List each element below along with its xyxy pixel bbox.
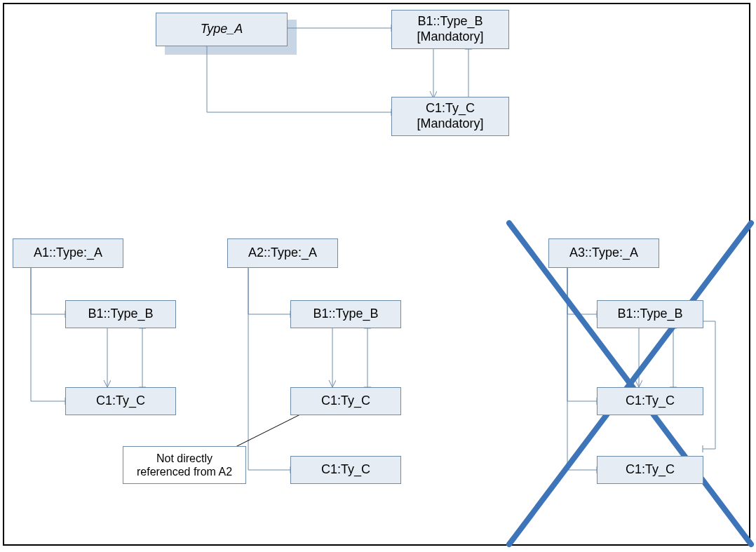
- diagram-canvas: Type_A B1::Type_B [Mandatory] C1:Ty_C [M…: [0, 0, 756, 552]
- node-a3-root-label: A3::Type:_A: [569, 245, 638, 261]
- node-type-a-label: Type_A: [201, 22, 243, 37]
- note-a2: Not directly referenced from A2: [123, 446, 246, 484]
- node-a3-root: A3::Type:_A: [548, 238, 659, 268]
- node-a3-b1: B1::Type_B: [597, 300, 703, 328]
- node-c1-top-label: C1:Ty_C [Mandatory]: [417, 101, 483, 131]
- node-a2-c1-lower: C1:Ty_C: [290, 456, 401, 484]
- node-a2-c1-upper: C1:Ty_C: [290, 387, 401, 415]
- note-a2-label: Not directly referenced from A2: [137, 452, 232, 478]
- node-a3-c1-lower: C1:Ty_C: [597, 456, 703, 484]
- node-a3-c1-lower-label: C1:Ty_C: [626, 462, 675, 478]
- node-a3-c1-upper: C1:Ty_C: [597, 387, 703, 415]
- node-a1-c1: C1:Ty_C: [65, 387, 176, 415]
- node-a2-b1-label: B1::Type_B: [313, 307, 378, 322]
- node-a1-b1-label: B1::Type_B: [88, 307, 153, 322]
- node-a3-c1-upper-label: C1:Ty_C: [626, 393, 675, 409]
- node-a2-root-label: A2::Type:_A: [248, 245, 317, 261]
- node-a1-root-label: A1::Type:_A: [34, 245, 102, 261]
- node-a2-c1-upper-label: C1:Ty_C: [321, 393, 370, 409]
- node-a2-c1-lower-label: C1:Ty_C: [321, 462, 370, 478]
- node-a1-c1-label: C1:Ty_C: [96, 393, 145, 409]
- node-a3-b1-label: B1::Type_B: [617, 307, 682, 322]
- node-b1-top: B1::Type_B [Mandatory]: [391, 10, 509, 49]
- node-a2-b1: B1::Type_B: [290, 300, 401, 328]
- node-a1-root: A1::Type:_A: [13, 238, 123, 268]
- node-b1-top-label: B1::Type_B [Mandatory]: [417, 14, 483, 44]
- node-a2-root: A2::Type:_A: [227, 238, 338, 268]
- node-type-a: Type_A: [156, 13, 288, 46]
- node-c1-top: C1:Ty_C [Mandatory]: [391, 97, 509, 136]
- node-a1-b1: B1::Type_B: [65, 300, 176, 328]
